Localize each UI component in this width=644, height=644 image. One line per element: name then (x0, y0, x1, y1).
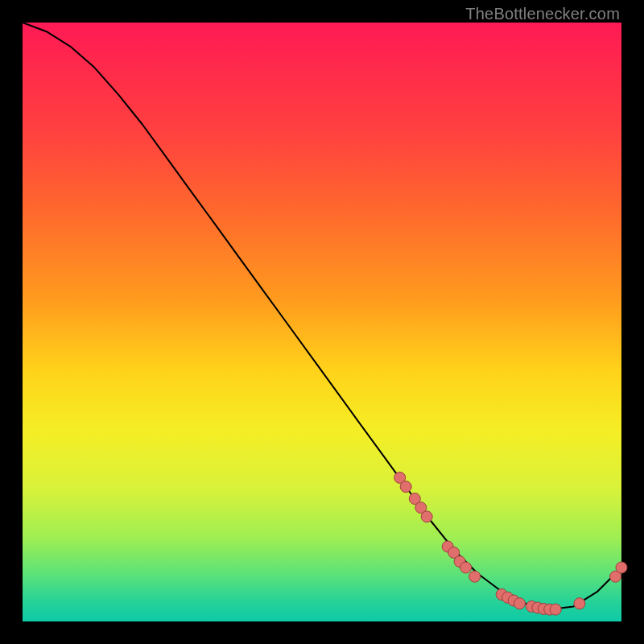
data-marker (616, 562, 627, 573)
data-marker (421, 511, 432, 522)
chart-container: TheBottlenecker.com (0, 0, 644, 644)
data-marker (460, 562, 472, 573)
plot-area (23, 23, 621, 621)
bottleneck-curve (23, 23, 621, 609)
data-marker (550, 604, 561, 615)
attribution-label: TheBottlenecker.com (465, 5, 620, 23)
chart-svg (23, 23, 621, 621)
data-marker (574, 598, 585, 609)
marker-group (394, 472, 627, 615)
data-marker (469, 571, 481, 582)
data-marker (514, 598, 526, 609)
data-marker (400, 481, 411, 493)
